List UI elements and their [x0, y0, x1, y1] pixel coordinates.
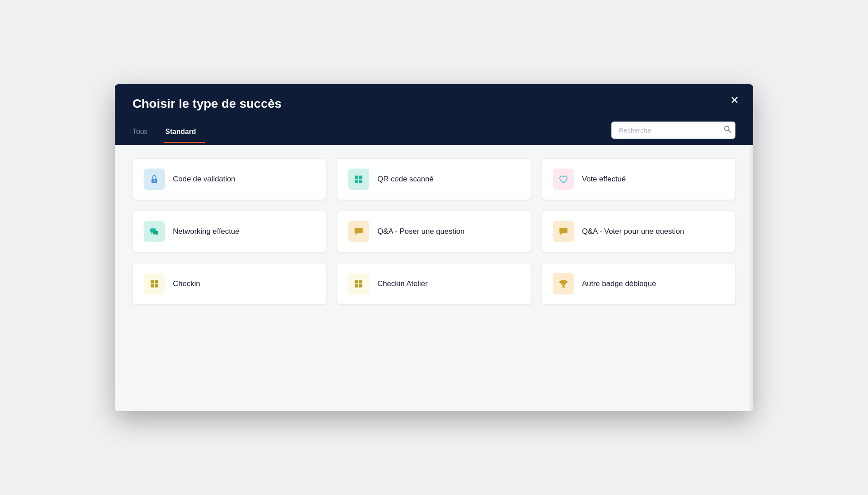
svg-rect-5: [359, 175, 362, 178]
card-label-autre-badge-debloque: Autre badge débloqué: [582, 279, 656, 288]
card-vote-effectue[interactable]: Vote effectué: [542, 158, 735, 200]
card-icon-networking-effectue: [144, 221, 165, 242]
header-bottom: Tous Standard: [133, 122, 735, 145]
card-label-qa-voter-question: Q&A - Voter pour une question: [582, 227, 684, 236]
card-checkin[interactable]: Checkin: [133, 263, 326, 305]
svg-marker-9: [151, 232, 153, 234]
card-label-checkin-atelier: Checkin Atelier: [377, 279, 427, 288]
search-icon: [724, 126, 731, 133]
card-icon-autre-badge-debloque: [553, 273, 574, 295]
svg-rect-17: [155, 280, 158, 283]
cards-grid: Code de validation QR code scanné Vote e…: [133, 158, 735, 305]
svg-line-1: [729, 130, 731, 133]
card-icon-qa-voter-question: [553, 221, 574, 242]
card-icon-qa-poser-question: [348, 221, 369, 242]
card-qa-poser-question[interactable]: Q&A - Poser une question: [337, 211, 531, 252]
svg-marker-11: [156, 234, 159, 236]
tabs-container: Tous Standard: [133, 123, 212, 143]
card-label-vote-effectue: Vote effectué: [582, 175, 626, 184]
card-networking-effectue[interactable]: Networking effectué: [133, 211, 326, 252]
card-icon-qr-code-scanne: [348, 169, 369, 190]
card-qa-voter-question[interactable]: Q&A - Voter pour une question: [542, 211, 735, 252]
svg-rect-19: [155, 284, 158, 287]
svg-rect-25: [561, 287, 565, 287]
svg-rect-10: [153, 231, 158, 234]
card-label-qa-poser-question: Q&A - Poser une question: [377, 227, 465, 236]
modal-body: Code de validation QR code scanné Vote e…: [115, 145, 753, 411]
card-code-validation[interactable]: Code de validation: [133, 158, 326, 200]
svg-rect-14: [559, 228, 567, 233]
card-label-checkin: Checkin: [173, 279, 200, 288]
card-label-code-validation: Code de validation: [173, 175, 235, 184]
svg-rect-22: [355, 284, 358, 287]
close-button[interactable]: ✕: [727, 93, 743, 107]
svg-point-3: [154, 180, 155, 181]
svg-marker-15: [559, 233, 562, 235]
card-icon-code-validation: [144, 169, 165, 190]
modal: ✕ Choisir le type de succès Tous Standar…: [115, 84, 753, 411]
svg-rect-20: [355, 280, 358, 283]
card-qr-code-scanne[interactable]: QR code scanné: [337, 158, 531, 200]
search-input[interactable]: [611, 122, 735, 139]
svg-rect-16: [151, 280, 154, 283]
tab-tous[interactable]: Tous: [133, 123, 156, 143]
svg-rect-24: [562, 285, 565, 287]
svg-rect-18: [151, 284, 154, 287]
tab-standard[interactable]: Standard: [164, 123, 205, 143]
modal-title: Choisir le type de succès: [133, 97, 735, 111]
modal-header: ✕ Choisir le type de succès Tous Standar…: [115, 84, 753, 145]
svg-rect-7: [359, 179, 362, 182]
card-label-qr-code-scanne: QR code scanné: [377, 175, 434, 184]
card-label-networking-effectue: Networking effectué: [173, 227, 239, 236]
card-autre-badge-debloque[interactable]: Autre badge débloqué: [542, 263, 735, 305]
card-icon-checkin: [144, 273, 165, 295]
card-icon-vote-effectue: [553, 169, 574, 190]
svg-rect-12: [355, 228, 363, 233]
svg-rect-6: [355, 179, 358, 182]
svg-rect-4: [355, 175, 358, 178]
card-icon-checkin-atelier: [348, 273, 369, 295]
svg-marker-13: [355, 233, 358, 235]
svg-rect-21: [359, 280, 362, 283]
search-icon-button[interactable]: [724, 126, 731, 134]
card-checkin-atelier[interactable]: Checkin Atelier: [337, 263, 531, 305]
svg-rect-23: [359, 284, 362, 287]
search-container: [611, 122, 735, 139]
